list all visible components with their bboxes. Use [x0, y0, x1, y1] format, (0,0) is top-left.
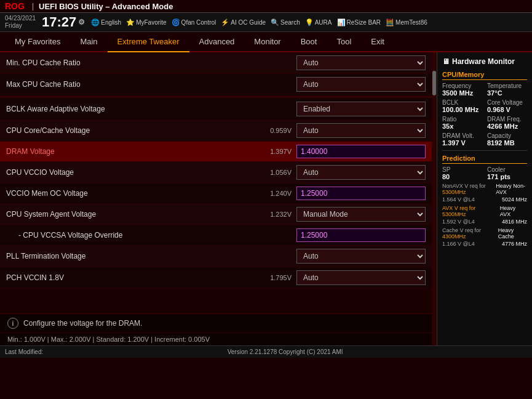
- select-cpu-system-agent[interactable]: Manual Mode Auto: [296, 207, 426, 222]
- nav-main[interactable]: Main: [70, 32, 107, 51]
- nav-my-favorites[interactable]: My Favorites: [5, 32, 70, 51]
- value-cpu-vccio-voltage[interactable]: Auto: [296, 165, 426, 180]
- hw-capacity-value: 8192 MB: [487, 139, 527, 147]
- hw-ratio-label: Ratio: [442, 116, 482, 123]
- label-cpu-system-agent: CPU System Agent Voltage: [6, 210, 253, 219]
- hw-ratio-group: Ratio 35x DRAM Freq. 4266 MHz: [442, 116, 527, 130]
- pred-cooler: Cooler 171 pts: [487, 166, 527, 180]
- nav-boot[interactable]: Boot: [291, 32, 327, 51]
- pred-avx-freq: 4816 MHz: [502, 219, 527, 225]
- label-dram-voltage: DRAM Voltage: [6, 147, 253, 156]
- toolbar-aura[interactable]: 💡 AURA: [305, 18, 332, 26]
- prediction-section-title: Prediction: [442, 155, 527, 164]
- toolbar-english-label: English: [101, 19, 121, 26]
- input-dram-voltage[interactable]: [296, 145, 426, 158]
- select-cpu-core-cache-voltage[interactable]: Auto Manual Mode: [296, 123, 426, 138]
- input-vccio-mem-oc[interactable]: [296, 187, 426, 200]
- hw-frequency-label: Frequency: [442, 83, 482, 89]
- scrollbar-thumb: [432, 71, 436, 95]
- pred-sp: SP 80: [442, 166, 482, 180]
- toolbar-aioc[interactable]: ⚡ AI OC Guide: [221, 18, 266, 26]
- time-display: 17:27 ⚙: [42, 14, 85, 30]
- hw-capacity: Capacity 8192 MB: [487, 132, 527, 147]
- toolbar-english[interactable]: 🌐 English: [91, 18, 121, 26]
- label-max-cpu-cache-ratio: Max CPU Cache Ratio: [6, 80, 253, 89]
- label-cpu-vccio-voltage: CPU VCCIO Voltage: [6, 168, 253, 177]
- scrollbar[interactable]: [432, 52, 437, 345]
- value-pll-termination[interactable]: Auto: [296, 249, 426, 264]
- toolbar-memtest[interactable]: 🧮 MemTest86: [386, 18, 427, 26]
- row-cpu-system-agent: CPU System Agent Voltage 1.232V Manual M…: [0, 204, 432, 225]
- select-cpu-vccio-voltage[interactable]: Auto: [296, 165, 426, 180]
- hw-dram-freq: DRAM Freq. 4266 MHz: [487, 116, 527, 130]
- nav-monitor[interactable]: Monitor: [244, 32, 290, 51]
- label-cpu-core-cache-voltage: CPU Core/Cache Voltage: [6, 126, 253, 135]
- hw-frequency-value: 3500 MHz: [442, 89, 482, 97]
- info-icon: i: [7, 318, 18, 329]
- select-min-cpu-cache-ratio[interactable]: Auto: [296, 55, 426, 70]
- main-layout: Min. CPU Cache Ratio Auto Max CPU Cache …: [0, 52, 532, 345]
- pred-avx-volt: 1.592 V @L4: [442, 219, 475, 225]
- toolbar-myfavorite-label: MyFavorite: [136, 19, 166, 26]
- divider-1: [0, 97, 432, 97]
- hw-core-voltage-label: Core Voltage: [487, 99, 527, 106]
- toolbar-qfan-label: Qfan Control: [181, 19, 216, 26]
- nav-advanced[interactable]: Advanced: [189, 32, 245, 51]
- label-pll-termination: PLL Termination Voltage: [6, 252, 253, 260]
- toolbar-qfan[interactable]: 🌀 Qfan Control: [172, 18, 216, 26]
- monitor-icon: 🖥: [442, 57, 450, 66]
- current-cpu-core-cache-voltage: 0.959V: [253, 127, 296, 134]
- select-pch-vccin[interactable]: Auto: [296, 270, 426, 285]
- hw-dram-volt: DRAM Volt. 1.397 V: [442, 132, 482, 147]
- gear-icon[interactable]: ⚙: [78, 18, 85, 26]
- hw-bclk-value: 100.00 MHz: [442, 106, 482, 113]
- label-bclk-aware: BCLK Aware Adaptive Voltage: [6, 105, 253, 113]
- hw-capacity-label: Capacity: [487, 132, 527, 139]
- value-cpu-system-agent[interactable]: Manual Mode Auto: [296, 207, 426, 222]
- nav-extreme-tweaker[interactable]: Extreme Tweaker: [108, 32, 189, 52]
- nav-exit[interactable]: Exit: [361, 32, 394, 51]
- hw-dram-volt-value: 1.397 V: [442, 139, 482, 147]
- value-pch-vccin[interactable]: Auto: [296, 270, 426, 285]
- hw-dram-freq-value: 4266 MHz: [487, 123, 527, 130]
- select-max-cpu-cache-ratio[interactable]: Auto: [296, 77, 426, 92]
- toolbar-resizebar[interactable]: 📊 ReSize BAR: [337, 18, 381, 26]
- input-cpu-vccsa[interactable]: [296, 228, 426, 242]
- row-bclk-aware: BCLK Aware Adaptive Voltage Enabled Disa…: [0, 99, 432, 120]
- nav-tool[interactable]: Tool: [327, 32, 361, 51]
- label-vccio-mem-oc: VCCIO Mem OC Voltage: [6, 189, 253, 198]
- value-bclk-aware[interactable]: Enabled Disabled: [296, 102, 426, 116]
- pred-nonavx-group: NonAVX V req for 5300MHz Heavy Non-AVX 1…: [442, 183, 527, 203]
- toolbar-myfavorite[interactable]: ⭐ MyFavorite: [126, 18, 166, 26]
- hw-core-voltage: Core Voltage 0.968 V: [487, 99, 527, 113]
- nav-bar: My Favorites Main Extreme Tweaker Advanc…: [0, 32, 532, 52]
- value-min-cpu-cache-ratio[interactable]: Auto: [296, 55, 426, 70]
- time-bar: 04/23/2021 Friday 17:27 ⚙ 🌐 English ⭐ My…: [0, 13, 532, 32]
- value-vccio-mem-oc[interactable]: [296, 187, 426, 200]
- row-vccio-mem-oc: VCCIO Mem OC Voltage 1.240V: [0, 183, 432, 204]
- current-cpu-system-agent: 1.232V: [253, 211, 296, 218]
- search-icon: 🔍: [271, 18, 279, 26]
- clock-time: 17:27: [42, 14, 76, 30]
- pred-sp-group: SP 80 Cooler 171 pts: [442, 166, 527, 180]
- fan-icon: 🌀: [172, 18, 180, 26]
- star-icon: ⭐: [126, 18, 135, 26]
- pred-cache-row2: 1.166 V @L4 4776 MHz: [442, 241, 527, 247]
- value-dram-voltage[interactable]: [296, 145, 426, 158]
- toolbar-search[interactable]: 🔍 Search: [271, 18, 300, 26]
- right-sidebar: 🖥 Hardware Monitor CPU/Memory Frequency …: [437, 52, 532, 345]
- value-max-cpu-cache-ratio[interactable]: Auto: [296, 77, 426, 92]
- row-pch-vccin: PCH VCCIN 1.8V 1.795V Auto: [0, 267, 432, 289]
- select-pll-termination[interactable]: Auto: [296, 249, 426, 264]
- min-max-bar: Min.: 1.000V | Max.: 2.000V | Standard: …: [0, 332, 432, 345]
- lightning-icon: ⚡: [221, 18, 229, 26]
- pred-cache-group: Cache V req for 4300MHz Heavy Cache 1.16…: [442, 227, 527, 247]
- pred-sp-value: 80: [442, 173, 482, 180]
- value-cpu-core-cache-voltage[interactable]: Auto Manual Mode: [296, 123, 426, 138]
- value-cpu-vccsa[interactable]: [296, 228, 426, 242]
- select-bclk-aware[interactable]: Enabled Disabled: [296, 102, 426, 116]
- pred-cache-freq: 4776 MHz: [502, 241, 527, 247]
- pred-avx-value: Heavy AVX: [500, 205, 527, 217]
- label-pch-vccin: PCH VCCIN 1.8V: [6, 273, 253, 282]
- hw-dram-volt-group: DRAM Volt. 1.397 V Capacity 8192 MB: [442, 132, 527, 147]
